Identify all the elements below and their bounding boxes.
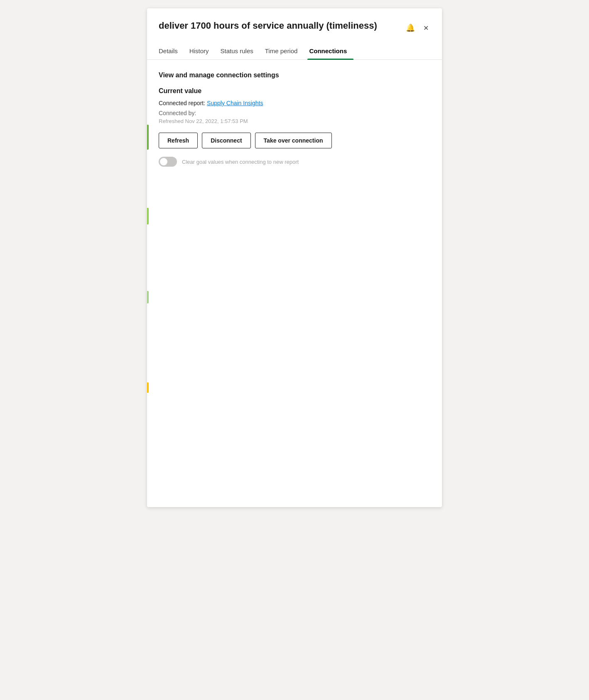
tab-history[interactable]: History [188,44,216,59]
accent-bar-1 [147,125,149,150]
close-icon: ✕ [423,24,429,32]
take-over-button[interactable]: Take over connection [255,133,332,148]
close-button[interactable]: ✕ [422,22,430,34]
toggle-switch[interactable] [159,157,177,167]
connected-report-label: Connected report: [159,100,205,106]
toggle-label: Clear goal values when connecting to new… [182,159,299,165]
refresh-button[interactable]: Refresh [159,133,198,148]
panel-title: deliver 1700 hours of service annually (… [159,20,404,32]
panel-header: deliver 1700 hours of service annually (… [147,8,442,34]
tab-time-period[interactable]: Time period [263,44,304,59]
disconnect-button[interactable]: Disconnect [202,133,250,148]
toggle-slider [159,157,177,167]
connected-report-link[interactable]: Supply Chain Insights [207,100,263,106]
panel-body: View and manage connection settings Curr… [147,60,442,507]
section-title: View and manage connection settings [159,71,430,79]
tab-connections[interactable]: Connections [307,44,353,59]
connected-by-label: Connected by: [159,110,430,116]
tabs-container: Details History Status rules Time period… [147,37,442,60]
accent-bar-2 [147,208,149,224]
header-icons: 🔔 ✕ [404,20,430,34]
current-value-title: Current value [159,87,430,95]
toggle-row: Clear goal values when connecting to new… [159,157,430,167]
action-buttons-row: Refresh Disconnect Take over connection [159,133,430,148]
refreshed-text: Refreshed Nov 22, 2022, 1:57:53 PM [159,118,430,124]
bell-button[interactable]: 🔔 [404,22,417,34]
accent-bar-4 [147,382,149,393]
tab-details[interactable]: Details [159,44,184,59]
bell-icon: 🔔 [406,23,415,32]
main-panel: deliver 1700 hours of service annually (… [147,8,442,507]
accent-bar-3 [147,291,149,303]
connected-report-row: Connected report: Supply Chain Insights [159,100,430,106]
tab-status-rules[interactable]: Status rules [219,44,260,59]
